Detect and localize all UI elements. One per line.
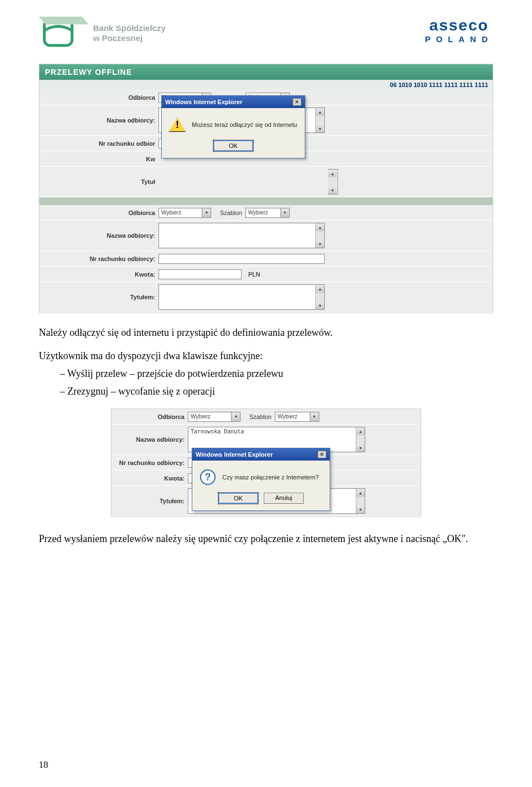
- asseco-subtitle: POLAND: [425, 34, 493, 44]
- scroll-down-icon[interactable]: ▼: [356, 444, 365, 452]
- screenshot-przelewy-offline: PRZELEWY OFFLINE 06 1010 1010 1111 1111 …: [39, 64, 493, 313]
- divider: [39, 197, 493, 205]
- form-block-2: Odbiorca Wybierz Szablon Wybierz Nazwa o…: [39, 205, 493, 313]
- dialog-buttons: OK Anuluj: [192, 489, 330, 510]
- panel-title: PRZELEWY OFFLINE: [39, 64, 493, 80]
- label-szablon: Szablon: [220, 209, 242, 216]
- screenshot-internet-check: Odbiorca Wybierz Szablon Wybierz Nazwa o…: [111, 408, 421, 517]
- paragraph-2: Użytkownik ma do dyspozycji dwa klawisze…: [39, 349, 493, 363]
- label-kwota: Kw: [39, 156, 158, 162]
- warning-icon: !: [168, 116, 186, 134]
- chevron-down-icon[interactable]: [280, 208, 289, 217]
- label-kwota: Kwota:: [39, 271, 158, 278]
- bank-name: Bank Spółdzielczy w Poczesnej: [93, 23, 166, 43]
- dialog-buttons: OK: [162, 137, 305, 158]
- scroll-up-icon[interactable]: ▲: [316, 285, 324, 293]
- label-odbiorca: Odbiorca: [111, 413, 188, 420]
- scrollbar[interactable]: ▲ ▼: [315, 223, 324, 248]
- body-paragraphs-2: Przed wysłaniem przelewów należy się upe…: [39, 532, 493, 546]
- row-nr-rachunku-2: Nr rachunku odbiorcy:: [39, 251, 493, 267]
- dropdown-odbiorca[interactable]: Wybierz: [188, 412, 241, 422]
- input-kwota[interactable]: [158, 269, 242, 279]
- bank-line2: w Poczesnej: [93, 33, 166, 43]
- scroll-down-icon[interactable]: ▼: [316, 125, 324, 132]
- dialog-body: ? Czy masz połączenie z Internetem?: [192, 461, 330, 489]
- chevron-down-icon[interactable]: [202, 208, 211, 217]
- close-icon[interactable]: ✕: [318, 451, 326, 458]
- asseco-logo: asseco POLAND: [425, 17, 493, 44]
- label-pln: PLN: [248, 271, 260, 278]
- paragraph-3: Przed wysłaniem przelewów należy się upe…: [39, 532, 493, 546]
- input-nr-rachunku[interactable]: [158, 254, 325, 264]
- label-nr: Nr rachunku odbiorcy:: [111, 459, 188, 466]
- row-odbiorca-2: Odbiorca Wybierz Szablon Wybierz: [39, 205, 493, 221]
- row-tytulem-2: Tytułem: ▲ ▼: [39, 282, 493, 313]
- paragraph-1: Należy odłączyć się od internetu i przys…: [39, 325, 493, 340]
- label-tytulem: Tytułem:: [39, 294, 158, 300]
- row-odbiorca: Odbiorca Wybierz Szablon Wybierz: [111, 409, 421, 425]
- ok-button[interactable]: OK: [213, 140, 253, 151]
- label-kwota: Kwota:: [111, 475, 188, 482]
- scroll-down-icon[interactable]: ▼: [356, 505, 365, 513]
- chevron-down-icon[interactable]: [231, 412, 240, 421]
- scroll-up-icon[interactable]: ▲: [316, 223, 324, 231]
- label-nazwa: Nazwa odbiorcy:: [39, 117, 158, 124]
- body-paragraphs: Należy odłączyć się od internetu i przys…: [39, 325, 493, 398]
- chevron-down-icon[interactable]: [310, 412, 319, 421]
- page-number: 18: [39, 759, 48, 770]
- scrollbar-tytul[interactable]: ▲ ▼: [328, 169, 338, 195]
- option-zrezygnuj: – Zrezygnuj – wycofanie się z operacji: [60, 384, 493, 398]
- row-nazwa-2: Nazwa odbiorcy: ▲ ▼: [39, 221, 493, 251]
- dialog-message: Czy masz połączenie z Internetem?: [222, 474, 319, 481]
- anuluj-button[interactable]: Anuluj: [264, 493, 304, 504]
- dialog-titlebar: Windows Internet Explorer ✕: [162, 96, 305, 108]
- scroll-down-icon[interactable]: ▼: [328, 186, 337, 194]
- label-nazwa: Nazwa odbiorcy:: [39, 232, 158, 239]
- label-odbiorca: Odbiorca: [39, 94, 158, 101]
- bank-logo: Bank Spółdzielczy w Poczesnej: [39, 17, 166, 50]
- scroll-up-icon[interactable]: ▲: [316, 108, 324, 116]
- scroll-up-icon[interactable]: ▲: [328, 170, 337, 177]
- scroll-down-icon[interactable]: ▼: [316, 240, 324, 248]
- label-szablon: Szablon: [249, 413, 272, 420]
- close-icon[interactable]: ✕: [293, 98, 301, 106]
- label-tytulem: Tytuł: [39, 178, 158, 185]
- svg-marker-1: [39, 17, 89, 24]
- scroll-up-icon[interactable]: ▲: [356, 489, 365, 497]
- dialog-message: Możesz teraz odłączyć się od Internetu: [192, 121, 297, 128]
- label-nr: Nr rachunku odbiorcy:: [39, 255, 158, 262]
- dialog-ie-connection: Windows Internet Explorer ✕ ? Czy masz p…: [192, 448, 330, 511]
- page-header: Bank Spółdzielczy w Poczesnej asseco POL…: [0, 0, 532, 55]
- bank-outline-icon: [39, 17, 89, 50]
- scrollbar[interactable]: ▲ ▼: [315, 285, 324, 309]
- scrollbar[interactable]: ▲ ▼: [315, 108, 324, 132]
- account-number: 06 1010 1010 1111 1111 1111 1111: [39, 80, 493, 90]
- textarea-tytulem[interactable]: ▲ ▼: [158, 284, 325, 310]
- row-tytulem: Tytuł ▲ ▼: [39, 167, 493, 197]
- dialog-body: ! Możesz teraz odłączyć się od Internetu: [162, 108, 305, 137]
- label-odbiorca: Odbiorca: [39, 209, 158, 216]
- dialog-titlebar: Windows Internet Explorer ✕: [192, 448, 330, 461]
- question-icon: ?: [199, 468, 217, 486]
- label-tytulem: Tytułem:: [111, 498, 188, 504]
- ok-button[interactable]: OK: [218, 493, 258, 504]
- scroll-up-icon[interactable]: ▲: [356, 427, 365, 435]
- label-nr: Nr rachunku odbior: [39, 140, 158, 147]
- dialog-ie-disconnect: Windows Internet Explorer ✕ ! Możesz ter…: [161, 95, 305, 159]
- row-kwota-2: Kwota: PLN: [39, 267, 493, 282]
- scrollbar[interactable]: ▲ ▼: [356, 489, 365, 513]
- dialog-title: Windows Internet Explorer: [196, 451, 273, 458]
- scrollbar[interactable]: ▲ ▼: [356, 427, 365, 452]
- label-nazwa: Nazwa odbiorcy:: [111, 436, 188, 443]
- bank-line1: Bank Spółdzielczy: [93, 23, 166, 33]
- dialog-title: Windows Internet Explorer: [165, 99, 242, 105]
- asseco-wordmark: asseco: [425, 17, 493, 34]
- dropdown-szablon[interactable]: Wybierz: [245, 208, 290, 218]
- textarea-nazwa[interactable]: ▲ ▼: [158, 223, 325, 248]
- scroll-down-icon[interactable]: ▼: [316, 301, 324, 309]
- dropdown-odbiorca[interactable]: Wybierz: [158, 208, 211, 218]
- option-wyslij: – Wyślij przelew – przejście do potwierd…: [60, 366, 493, 381]
- dropdown-szablon[interactable]: Wybierz: [275, 412, 319, 422]
